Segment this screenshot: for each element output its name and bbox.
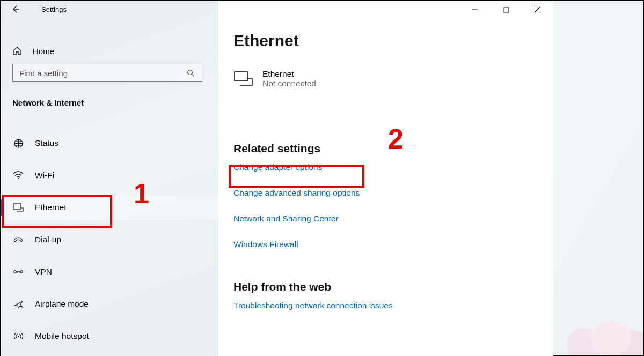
main-pane: Ethernet Ethernet Not connected Related … [218, 1, 553, 356]
sidebar-home[interactable]: Home [1, 41, 218, 61]
ethernet-status-text: Ethernet Not connected [262, 69, 316, 88]
sidebar-item-airplane[interactable]: Airplane mode [1, 292, 218, 316]
sidebar-item-hotspot[interactable]: Mobile hotspot [1, 324, 218, 348]
sidebar-item-label: Wi-Fi [35, 170, 54, 180]
back-icon[interactable] [11, 5, 21, 13]
link-troubleshooting[interactable]: Troubleshooting network connection issue… [233, 301, 538, 310]
sidebar-item-ethernet[interactable]: Ethernet [1, 195, 218, 220]
wifi-icon [12, 171, 24, 180]
search-box[interactable] [12, 64, 202, 82]
dialup-icon [12, 236, 24, 243]
sidebar-item-dialup[interactable]: Dial-up [1, 227, 218, 252]
page-title: Ethernet [233, 32, 538, 50]
nav-list: Status Wi-Fi Ethernet [1, 112, 218, 356]
ethernet-icon [12, 203, 24, 212]
window-title: Settings [41, 5, 67, 13]
link-windows-firewall[interactable]: Windows Firewall [233, 240, 538, 249]
home-label: Home [33, 47, 54, 56]
svg-point-6 [18, 336, 19, 337]
sidebar-item-label: Mobile hotspot [35, 331, 89, 341]
sidebar: Settings Home Network & Internet [1, 1, 218, 356]
airplane-icon [12, 299, 24, 309]
related-settings-heading: Related settings [233, 142, 538, 155]
sidebar-item-label: Ethernet [35, 203, 67, 212]
maximize-button[interactable] [491, 1, 522, 19]
home-icon [12, 46, 22, 56]
ethernet-icon [233, 71, 254, 87]
globe-icon [12, 138, 24, 149]
svg-point-2 [18, 178, 19, 179]
link-change-adapter[interactable]: Change adapter options [233, 162, 538, 172]
arrow-left-icon [11, 5, 20, 13]
sidebar-item-status[interactable]: Status [1, 131, 218, 155]
sidebar-item-vpn[interactable]: VPN [1, 259, 218, 284]
window-controls [459, 1, 553, 19]
connection-name: Ethernet [262, 69, 316, 79]
sidebar-item-wifi[interactable]: Wi-Fi [1, 163, 218, 188]
search-icon [187, 69, 196, 77]
close-icon [534, 6, 540, 13]
svg-rect-3 [13, 204, 21, 209]
help-links: Troubleshooting network connection issue… [233, 301, 538, 310]
sidebar-item-label: Dial-up [35, 235, 61, 244]
ethernet-status-row[interactable]: Ethernet Not connected [233, 69, 538, 88]
related-links: Change adapter options Change advanced s… [233, 162, 538, 249]
sidebar-item-label: Airplane mode [35, 299, 89, 309]
sidebar-item-label: VPN [35, 267, 52, 277]
svg-point-5 [20, 271, 23, 273]
settings-window: Settings Home Network & Internet [1, 1, 553, 356]
hotspot-icon [12, 332, 24, 341]
minimize-icon [472, 6, 478, 13]
desktop: Settings Home Network & Internet [0, 0, 644, 356]
sidebar-item-label: Status [35, 138, 58, 148]
link-network-sharing-center[interactable]: Network and Sharing Center [233, 214, 538, 224]
titlebar: Settings [1, 1, 218, 18]
connection-status: Not connected [262, 79, 316, 88]
minimize-button[interactable] [459, 1, 491, 19]
svg-rect-8 [504, 8, 509, 12]
svg-rect-7 [235, 72, 247, 81]
close-button[interactable] [522, 1, 553, 19]
svg-point-0 [188, 70, 193, 75]
help-heading: Help from the web [233, 280, 538, 293]
search-container [1, 61, 218, 82]
link-advanced-sharing[interactable]: Change advanced sharing options [233, 188, 538, 198]
category-heading: Network & Internet [1, 82, 218, 112]
svg-point-4 [14, 271, 16, 273]
search-input[interactable] [18, 68, 187, 78]
maximize-icon [503, 7, 509, 13]
vpn-icon [12, 268, 24, 276]
wallpaper-decoration [552, 291, 643, 355]
